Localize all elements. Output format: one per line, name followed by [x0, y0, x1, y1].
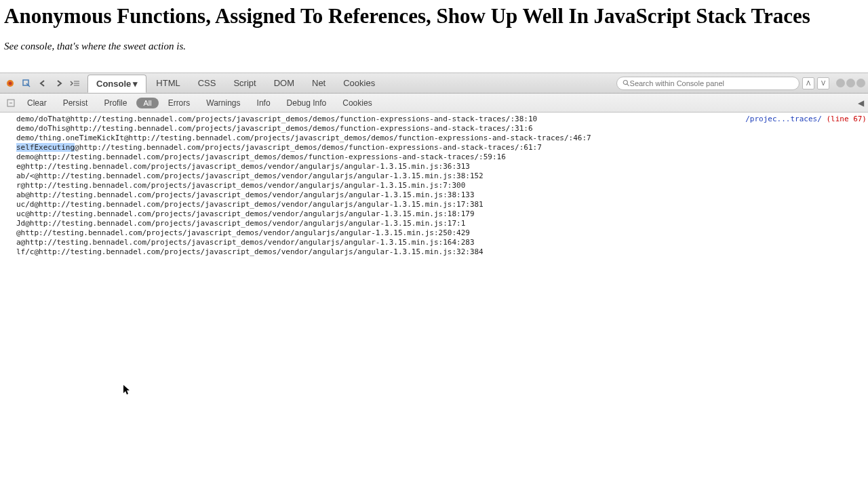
filter-all[interactable]: All — [136, 98, 158, 108]
svg-point-1 — [9, 81, 12, 85]
clear-button[interactable]: Clear — [20, 96, 54, 110]
filter-cookies[interactable]: Cookies — [336, 96, 378, 110]
stack-trace-line: uc@http://testing.bennadel.com/projects/… — [16, 209, 863, 219]
tab-css[interactable]: CSS — [190, 75, 224, 92]
page-title: Anonymous Functions, Assigned To Referen… — [4, 4, 864, 28]
devtools-main-toolbar: Console▾ HTML CSS Script DOM Net Cookies… — [0, 73, 868, 94]
source-link[interactable]: /projec...traces/ (line 67) — [745, 115, 867, 124]
firebug-icon[interactable] — [3, 76, 18, 91]
filter-errors[interactable]: Errors — [161, 96, 197, 110]
tab-html[interactable]: HTML — [148, 75, 188, 92]
search-box[interactable] — [616, 77, 800, 90]
stack-trace-line: uc/d@http://testing.bennadel.com/project… — [16, 200, 863, 209]
stack-trace-line: e@http://testing.bennadel.com/projects/j… — [16, 162, 863, 171]
stack-trace-line: demo/doThat@http://testing.bennadel.com/… — [16, 115, 863, 124]
search-icon — [623, 79, 630, 87]
tab-dom[interactable]: DOM — [266, 75, 302, 92]
page-subtitle: See console, that's where the sweet acti… — [4, 41, 864, 52]
source-path: /projec...traces/ — [745, 115, 822, 123]
stack-trace-line: Jd@http://testing.bennadel.com/projects/… — [16, 219, 863, 228]
devtools-tabs: Console▾ HTML CSS Script DOM Net Cookies — [87, 74, 384, 92]
stack-trace-line: r@http://testing.bennadel.com/projects/j… — [16, 181, 863, 190]
minimize-button[interactable] — [836, 79, 845, 87]
close-button[interactable] — [856, 79, 865, 87]
stack-trace-line: demo@http://testing.bennadel.com/project… — [16, 152, 863, 162]
detach-button[interactable] — [846, 79, 855, 87]
stack-trace-line: ab/<@http://testing.bennadel.com/project… — [16, 171, 863, 181]
command-line-icon[interactable] — [68, 76, 83, 91]
stack-trace-line: demo/doThis@http://testing.bennadel.com/… — [16, 124, 863, 134]
chevron-down-icon: ▾ — [133, 79, 138, 89]
stack-trace-line: ab@http://testing.bennadel.com/projects/… — [16, 190, 863, 200]
console-output: /projec...traces/ (line 67) demo/doThat@… — [0, 113, 868, 259]
stack-trace-line: @http://testing.bennadel.com/projects/ja… — [16, 228, 863, 238]
tab-script[interactable]: Script — [225, 75, 264, 92]
filter-debug-info[interactable]: Debug Info — [280, 96, 334, 110]
tab-cookies[interactable]: Cookies — [335, 75, 383, 92]
mouse-cursor-icon — [123, 385, 132, 396]
console-sub-toolbar: Clear Persist Profile All Errors Warning… — [0, 94, 868, 113]
back-button[interactable] — [35, 76, 50, 91]
highlighted-function-name: selfExecuting — [16, 143, 75, 152]
collapse-side-panel-icon[interactable]: ◀ — [858, 98, 864, 108]
search-prev-button[interactable]: ᐱ — [802, 77, 814, 89]
stack-trace-line: selfExecuting@http://testing.bennadel.co… — [16, 143, 863, 152]
tab-net[interactable]: Net — [304, 75, 334, 92]
profile-button[interactable]: Profile — [97, 96, 134, 110]
persist-button[interactable]: Persist — [56, 96, 95, 110]
break-on-error-icon[interactable] — [4, 96, 18, 110]
source-line: (line 67) — [826, 115, 867, 123]
filter-info[interactable]: Info — [250, 96, 277, 110]
stack-trace-line: demo/thing.oneTimeKickIt@http://testing.… — [16, 134, 863, 143]
stack-trace-line: lf/c@http://testing.bennadel.com/project… — [16, 247, 863, 257]
search-next-button[interactable]: ᐯ — [817, 77, 829, 89]
tab-label: Console — [96, 79, 131, 89]
inspect-icon[interactable] — [19, 76, 34, 91]
search-input[interactable] — [630, 79, 793, 87]
svg-point-6 — [623, 80, 627, 84]
stack-trace-line: a@http://testing.bennadel.com/projects/j… — [16, 238, 863, 247]
forward-button[interactable] — [52, 76, 66, 91]
tab-console[interactable]: Console▾ — [87, 75, 146, 93]
filter-warnings[interactable]: Warnings — [199, 96, 247, 110]
svg-line-7 — [627, 84, 629, 86]
devtools-panel: Console▾ HTML CSS Script DOM Net Cookies… — [0, 73, 868, 259]
